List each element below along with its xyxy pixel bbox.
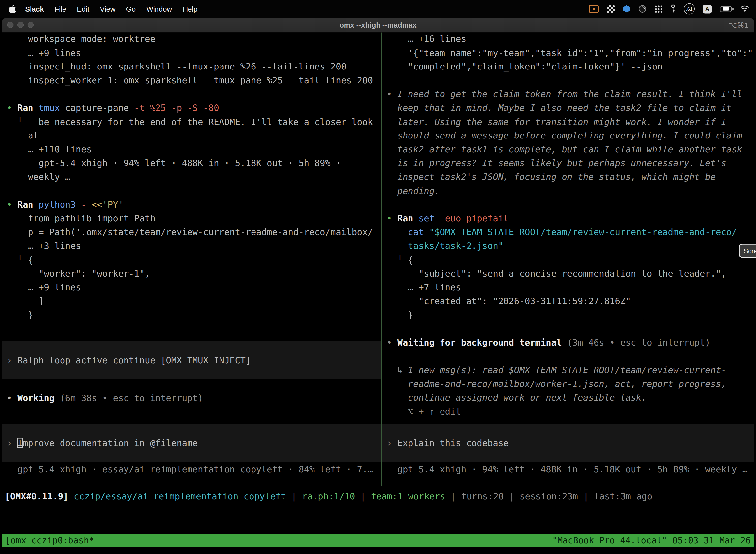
text-segment: { [28,255,33,265]
text-segment: at [7,130,39,141]
battery-icon[interactable] [720,6,732,12]
text-segment: is in progress? It seems likely but perh… [387,158,726,168]
close-button[interactable] [7,21,13,28]
tmux-panes: workspace_mode: worktree … +9 lines insp… [2,32,754,486]
terminal-line: … +110 lines [2,144,381,158]
menu-window[interactable]: Window [141,5,177,13]
blue-app-icon[interactable] [623,5,630,12]
terminal-line: • Ran python3 - <<'PY' [2,199,381,213]
input-source-icon[interactable]: A [703,4,712,13]
terminal-blank-line [382,75,754,89]
terminal-line: continue assigned work or next feasible … [382,393,754,406]
terminal-line: inspect task2's JSON, focusing on the st… [382,172,754,186]
menu-view[interactable]: View [94,5,121,13]
text-segment: later. Using the same for transition mig… [387,117,726,127]
terminal-line: … +9 lines [2,48,381,62]
dark-circle-icon[interactable] [638,5,647,13]
text-segment: Waiting for background terminal [397,337,567,347]
text-segment: Ran [17,103,39,113]
text-segment: "completed","claim_token":"claim-token"}… [387,61,663,71]
text-segment: be necessary for the end of the README. … [39,117,373,127]
window-title: omx --xhigh --madmax [2,21,754,29]
terminal-line: … +16 lines [382,34,754,48]
screen-sharing-overlay-button[interactable]: Scre [739,244,756,258]
text-segment: ralph:1/10 [302,491,355,501]
terminal-line: "worker": "worker-1", [2,268,381,282]
terminal-line: keep that in mind. Maybe I also need the… [382,103,754,117]
terminal-blank-line [2,186,381,200]
omx-session-status-row: [OMX#0.11.9] cczip/essay/ai-reimplementa… [2,486,754,534]
window-title-bar: omx --xhigh --madmax ⌥⌘1 [2,18,754,32]
screen-overlay-label: Scre [743,247,756,255]
terminal-line: tasks/task-2.json" [382,241,754,255]
text-segment: ⌥ + ↑ edit [387,406,461,417]
gauge-icon[interactable]: .61 [684,3,695,15]
terminal-line: weekly … [2,172,381,186]
text-segment: Explain this codebase [397,438,509,448]
terminal-line: cat "$OMX_TEAM_STATE_ROOT/team/review-cu… [382,227,754,241]
window-bottom-strip [2,547,754,554]
text-segment: • [7,393,17,403]
text-segment: "created_at": "2026-03-31T11:59:27.816Z" [387,296,631,306]
text-segment [387,227,408,237]
terminal-line: } [2,310,381,324]
key-icon[interactable] [671,4,675,13]
terminal-line: › Explain this codebase [382,438,509,448]
text-segment: inspect task2's JSON, focusing on the st… [387,172,715,182]
text-segment: └ [7,255,28,265]
text-segment: └ [387,255,408,265]
text-segment: "worker": "worker-1", [7,268,150,278]
prompt-input[interactable]: › Explain this codebase [382,424,754,462]
text-segment: "subject": "send a concise recommendatio… [387,268,726,278]
apple-icon[interactable] [9,4,16,13]
text-segment: › [7,355,17,365]
terminal-blank-line [2,89,381,103]
tmux-host-clock-label: "MacBook-Pro-44.local" 05:03 31-Mar-26 [552,534,751,547]
terminal-pane-left: workspace_mode: worktree … +9 lines insp… [2,32,381,486]
menu-file[interactable]: File [49,5,72,13]
terminal-line: gpt-5.4 xhigh · 94% left · 488K in · 5.1… [2,158,381,172]
menu-edit[interactable]: Edit [71,5,94,13]
text-segment: Ran [397,213,419,223]
zoom-button[interactable] [27,21,34,28]
active-app-name[interactable]: Slack [22,5,49,13]
menu-go[interactable]: Go [121,5,141,13]
checkerboard-icon[interactable] [607,5,615,13]
terminal-line: at [2,130,381,144]
text-segment: • [387,213,397,223]
terminal-line: should send a message before completing … [382,130,754,144]
tmux-session-label: [omx-cczip0:bash* [5,534,94,547]
text-segment: › [387,438,397,448]
dots-grid-icon[interactable] [655,5,663,13]
terminal-blank-line [2,379,381,393]
text-segment: I need to get the claim token from the c… [397,89,742,99]
text-segment: • [7,103,17,113]
minimize-button[interactable] [17,21,23,28]
terminal-line: ⌥ + ↑ edit [382,406,754,420]
text-segment: should send a message before completing … [387,130,742,141]
traffic-lights [2,21,34,28]
terminal-line: pending. [382,186,754,200]
terminal-blank-line [382,324,754,338]
text-segment: keep that in mind. Maybe I also need the… [387,103,732,113]
terminal-line: • Waiting for background terminal (3m 46… [382,337,754,351]
text-segment: … +16 lines [387,34,466,44]
terminal-line: is in progress? It seems likely but perh… [382,158,754,172]
text-segment: … +9 lines [7,48,81,58]
terminal-line: ] [2,296,381,310]
text-segment: last:3m ago [594,491,652,501]
text-segment: • [7,199,17,210]
macos-menu-bar: Slack FileEditViewGoWindowHelp .61A [0,0,756,18]
text-segment: readme-and-reco/mailbox/worker-1.json, a… [387,379,726,389]
screen: Slack FileEditViewGoWindowHelp .61A omx … [0,0,756,554]
text-segment: Ralph loop active continue [OMX_TMUX_INJ… [17,355,251,365]
text-segment: 1 new msg(s): read $OMX_TEAM_STATE_ROOT/… [408,365,727,375]
terminal-line: • Ran tmux capture-pane -t %25 -p -S -80 [2,103,381,117]
text-segment [68,491,74,501]
wifi-icon[interactable] [740,5,749,12]
screen-recording-icon[interactable] [589,5,599,13]
text-segment: cat [408,227,429,237]
menu-help[interactable]: Help [177,5,203,13]
text-segment: … +110 lines [7,144,91,154]
prompt-input[interactable]: › Improve documentation in @filename [2,424,381,462]
